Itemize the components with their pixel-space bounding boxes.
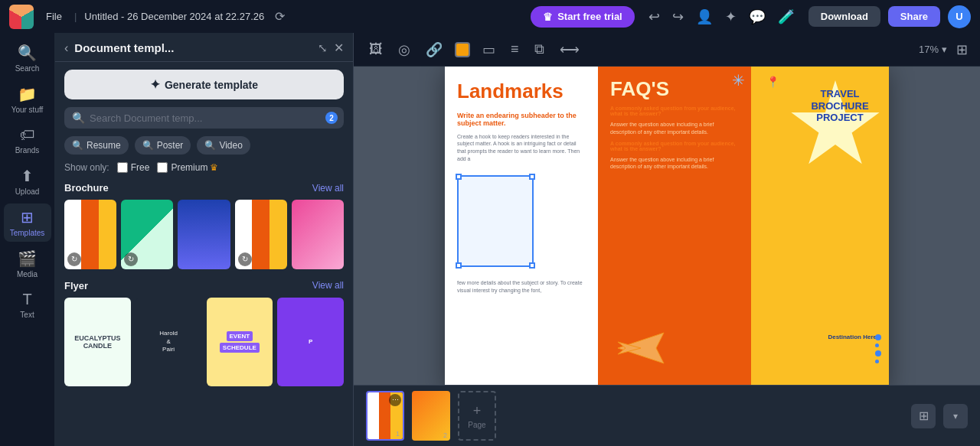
download-button[interactable]: Download — [808, 6, 880, 27]
refresh-icon[interactable]: ↻ — [238, 252, 252, 266]
create-hook-text: Create a hook to keep readers interested… — [457, 133, 586, 163]
photo-icon[interactable]: 🖼 — [366, 38, 386, 60]
zoom-chevron-icon: ▾ — [942, 44, 947, 55]
brochure-card-3[interactable] — [178, 200, 230, 269]
brochure-card-5[interactable] — [292, 200, 344, 269]
sidebar-item-media[interactable]: 🎬 Media — [4, 245, 51, 283]
cloud-sync-icon[interactable]: ⟳ — [275, 9, 285, 24]
refresh-icon[interactable]: ↻ — [67, 252, 81, 266]
doc-frame — [457, 175, 534, 267]
add-page-button[interactable]: + Page — [458, 391, 496, 441]
search-bar: 🔍 2 — [64, 107, 344, 129]
faq-a2: Answer the question above including a br… — [610, 156, 739, 171]
crown-icon: ♛ — [543, 11, 553, 23]
canvas-area: 🖼 ◎ 🔗 ▭ ≡ ⧉ ⟷ 17% ▾ ⊞ Landmarks Write an… — [354, 33, 980, 446]
filmstrip-collapse-button[interactable]: ▾ — [943, 404, 968, 428]
filmstrip-page-1[interactable]: ⋯ 1 — [366, 391, 404, 441]
circle-icon[interactable]: ◎ — [395, 38, 413, 61]
generate-template-button[interactable]: ✦ Generate template — [64, 70, 344, 99]
translate-icon[interactable]: ⟷ — [557, 38, 583, 61]
frame-icon[interactable]: ▭ — [479, 38, 498, 61]
blue-dot-4 — [875, 360, 879, 363]
start-trial-button[interactable]: ♛ Start free trial — [531, 6, 635, 28]
filter-search-icon: 🔍 — [72, 140, 83, 151]
collab-icon[interactable]: 🧪 — [778, 8, 795, 25]
search-input[interactable] — [90, 112, 336, 124]
add-page-label: Page — [468, 421, 485, 429]
flyer-card-2[interactable]: Harold&Pairi — [136, 298, 202, 386]
sidebar-item-templates[interactable]: ⊞ Templates — [4, 203, 51, 242]
panel-close-icon[interactable]: ✕ — [334, 41, 344, 55]
copy-icon[interactable]: ⧉ — [531, 38, 547, 60]
sidebar-item-label: Media — [17, 270, 38, 278]
brochure-card-4[interactable]: ↻ — [235, 200, 287, 269]
sidebar-item-upload[interactable]: ⬆ Upload — [4, 162, 51, 200]
link-icon[interactable]: 🔗 — [423, 38, 446, 61]
avatar[interactable]: U — [948, 5, 971, 28]
faq-q2: A commonly asked question from your audi… — [610, 141, 739, 151]
search-icon: 🔍 — [72, 112, 85, 124]
write-subheader: Write an endearing subheader to the subj… — [457, 112, 586, 127]
brochure-section-header: Brochure View all — [64, 182, 344, 194]
panel-back-button[interactable]: ‹ — [64, 41, 68, 55]
zoom-control[interactable]: 17% ▾ — [919, 44, 947, 55]
canva-logo — [9, 5, 34, 29]
filter-resume[interactable]: 🔍 Resume — [64, 136, 129, 155]
page-number-2: 2 — [443, 431, 447, 439]
panel-title: Document templ... — [74, 41, 312, 54]
filmstrip-page-2[interactable]: 2 — [412, 391, 450, 441]
flyer-grid: EUCALYPTUSCANDLE Harold&Pairi EVENT SCHE… — [64, 298, 344, 386]
free-checkbox-input[interactable] — [117, 162, 128, 173]
folder-icon: 📁 — [18, 85, 37, 103]
canvas-workspace[interactable]: Landmarks Write an endearing subheader t… — [354, 67, 980, 385]
blue-dot-1 — [875, 334, 881, 340]
filter-video[interactable]: 🔍 Video — [197, 136, 250, 155]
flyer-view-all[interactable]: View all — [312, 280, 344, 291]
header: File | Untitled - 26 December 2024 at 22… — [0, 0, 980, 33]
blue-dot-2 — [875, 343, 879, 347]
file-menu[interactable]: File — [41, 8, 67, 25]
magic-icon[interactable]: ✦ — [725, 8, 737, 25]
panel-header: ‹ Document templ... ⤡ ✕ — [55, 33, 353, 62]
brochure-grid: ↻ ↻ ↻ — [64, 200, 344, 269]
flyer-section-header: Flyer View all — [64, 280, 344, 291]
flyer-card-1[interactable]: EUCALYPTUSCANDLE — [64, 298, 131, 386]
share-button[interactable]: Share — [888, 6, 940, 27]
sidebar-item-brands[interactable]: 🏷 Brands — [4, 122, 51, 159]
plus-icon: + — [473, 403, 482, 419]
brochure-title: Brochure — [64, 182, 109, 194]
brochure-card-2[interactable]: ↻ — [121, 200, 173, 269]
undo-icon[interactable]: ↩ — [648, 8, 660, 25]
flyer-card-4[interactable]: P — [277, 298, 344, 386]
toolbar: 🖼 ◎ 🔗 ▭ ≡ ⧉ ⟷ 17% ▾ ⊞ — [354, 33, 980, 67]
flyer-card-3[interactable]: EVENT SCHEDULE — [207, 298, 273, 386]
premium-checkbox-input[interactable] — [157, 162, 168, 173]
redo-icon[interactable]: ↪ — [672, 8, 684, 25]
templates-icon: ⊞ — [21, 208, 34, 226]
page-menu-button[interactable]: ⋯ — [389, 394, 401, 406]
sidebar-item-your-stuff[interactable]: 📁 Your stuff — [4, 80, 51, 119]
free-checkbox[interactable]: Free — [117, 162, 150, 173]
brochure-card-1[interactable]: ↻ — [64, 200, 116, 269]
filmstrip-expand-button[interactable]: ⊞ — [911, 404, 936, 428]
filmstrip: ⋯ 1 2 + Page ⊞ ▾ — [354, 385, 980, 446]
premium-checkbox[interactable]: Premium ♛ — [157, 162, 218, 173]
premium-crown-icon: ♛ — [210, 162, 218, 173]
sidebar-item-label: Text — [20, 311, 34, 319]
doc-right-col: 📍 TRAVEL BROCHURE PROJECT Destination He… — [751, 67, 889, 385]
align-icon[interactable]: ≡ — [508, 38, 522, 60]
comments-icon[interactable]: 💬 — [749, 8, 766, 25]
color-picker[interactable] — [455, 42, 470, 57]
upload-icon: ⬆ — [21, 167, 34, 185]
header-toolbar-icons: ↩ ↪ 👤 ✦ 💬 🧪 — [648, 8, 795, 25]
panel-expand-icon[interactable]: ⤡ — [318, 41, 328, 55]
filter-poster[interactable]: 🔍 Poster — [135, 136, 191, 155]
sidebar-item-text[interactable]: T Text — [4, 286, 51, 324]
sidebar-item-search[interactable]: 🔍 Search — [4, 39, 51, 77]
profile-icon[interactable]: 👤 — [696, 8, 713, 25]
layout-icon[interactable]: ⊞ — [956, 41, 968, 58]
filter-badge[interactable]: 2 — [325, 112, 338, 124]
refresh-icon[interactable]: ↻ — [124, 252, 138, 266]
brochure-view-all[interactable]: View all — [312, 183, 344, 194]
panel-body: ✦ Generate template 🔍 2 🔍 Resume 🔍 Poste… — [55, 62, 353, 446]
